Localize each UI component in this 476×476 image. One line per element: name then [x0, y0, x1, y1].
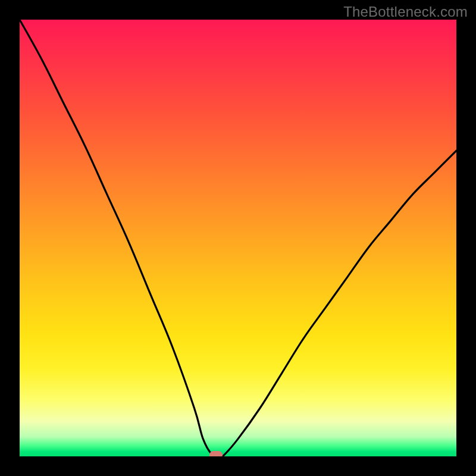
- minimum-marker: [209, 451, 223, 456]
- plot-area: [20, 20, 456, 456]
- curve-svg: [20, 20, 456, 456]
- watermark-text: TheBottleneck.com: [343, 4, 468, 20]
- bottleneck-curve: [20, 20, 456, 456]
- chart-frame: TheBottleneck.com: [0, 0, 476, 476]
